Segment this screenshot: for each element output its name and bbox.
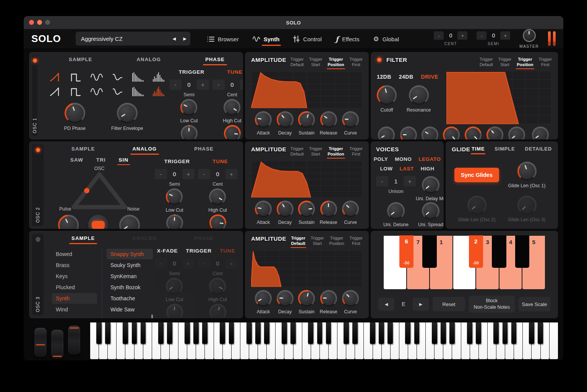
- piano-black-key[interactable]: [405, 322, 410, 344]
- square-wave-icon[interactable]: [67, 85, 85, 98]
- piano-black-key[interactable]: [317, 322, 323, 344]
- piano-black-key[interactable]: [96, 322, 102, 344]
- square-wave-icon[interactable]: [67, 71, 85, 84]
- high-cut-knob-dial[interactable]: [209, 188, 226, 205]
- sample-synth-bozok[interactable]: Synth Bozok: [107, 282, 153, 293]
- note-priority-last[interactable]: LAST: [400, 166, 414, 172]
- cent-minus-button[interactable]: -: [434, 31, 444, 40]
- piano-black-key[interactable]: [290, 322, 296, 344]
- osc2-semi-minus-button[interactable]: -: [155, 169, 167, 179]
- curve-knob-dial[interactable]: [342, 111, 359, 128]
- glide-len-osc-3-knob[interactable]: Glide Len (Osc 3): [508, 196, 546, 222]
- scale-black-key-4[interactable]: [492, 235, 506, 268]
- sustain-knob[interactable]: Sustain: [298, 290, 315, 314]
- pan-knob-dial[interactable]: [166, 214, 183, 229]
- decay-knob-dial[interactable]: [277, 111, 294, 128]
- osc2-cent-minus-button[interactable]: -: [198, 169, 210, 179]
- trigger-mode-position[interactable]: TriggerPosition: [517, 57, 533, 69]
- filter-slope-12db[interactable]: 12DB: [377, 74, 391, 80]
- reset-scale-button[interactable]: Reset: [433, 297, 465, 311]
- osc1-trigger-tab[interactable]: TRIGGER: [179, 69, 204, 75]
- release-knob[interactable]: Release: [320, 290, 337, 314]
- osc1-semi-plus-button[interactable]: +: [197, 79, 209, 90]
- unison-plus-button[interactable]: +: [404, 176, 416, 186]
- saw-wave-icon[interactable]: [47, 85, 64, 98]
- sustain-knob-dial[interactable]: [298, 111, 315, 128]
- curve-knob-dial[interactable]: [342, 290, 359, 307]
- low-cut-knob[interactable]: Low Cut: [166, 278, 183, 302]
- piano-black-key[interactable]: [123, 322, 128, 344]
- preset-name[interactable]: Aggressively CZ: [76, 36, 169, 42]
- drive-knob[interactable]: Drive: [400, 126, 417, 139]
- scale-root-next-button[interactable]: ▶: [413, 298, 429, 311]
- zoom-window-button[interactable]: [45, 20, 50, 25]
- trigger-mode-default[interactable]: TriggerDefault: [290, 57, 304, 69]
- trigger-mode-start[interactable]: TriggerStart: [498, 57, 511, 69]
- spectrum-b-icon[interactable]: [150, 71, 167, 84]
- osc3-semi-minus-button[interactable]: -: [155, 258, 167, 269]
- osc2-wave-sin[interactable]: SIN: [119, 157, 129, 165]
- sync-toggle[interactable]: [88, 215, 109, 229]
- scale-black-key-1[interactable]: 6-50: [399, 235, 414, 268]
- level-knob-dial[interactable]: [209, 214, 226, 229]
- uni-spread-knob[interactable]: Uni. Spread: [418, 202, 443, 227]
- resonance-knob-dial[interactable]: [409, 85, 429, 105]
- amp1-envelope-display[interactable]: [251, 71, 363, 108]
- osc2-wave-saw[interactable]: SAW: [70, 157, 83, 165]
- sustain-knob-dial[interactable]: [465, 126, 482, 139]
- high-cut-knob-dial[interactable]: [209, 278, 226, 295]
- osc2-semi-plus-button[interactable]: +: [182, 169, 195, 179]
- osc3-x-fade-tab[interactable]: X-FADE: [157, 248, 178, 254]
- piano-black-key[interactable]: [476, 322, 481, 344]
- piano-black-key[interactable]: [388, 322, 393, 344]
- trigger-mode-first[interactable]: TriggerFirst: [350, 57, 363, 69]
- attack-knob-dial[interactable]: [255, 201, 272, 217]
- trigger-mode-default[interactable]: TriggerDefault: [290, 146, 304, 159]
- pan-knob[interactable]: Pan: [166, 214, 183, 229]
- nav-item-browser[interactable]: Browser: [207, 29, 239, 48]
- semi-minus-button[interactable]: -: [477, 31, 486, 40]
- curve-knob-dial[interactable]: [508, 126, 525, 139]
- piano-white-key[interactable]: [550, 322, 558, 359]
- trigger-mode-default[interactable]: TriggerDefault: [480, 57, 493, 69]
- pitch-wheel[interactable]: [34, 328, 47, 357]
- pd-phase-knob-dial[interactable]: [65, 103, 85, 123]
- release-knob[interactable]: Release: [486, 126, 504, 139]
- cutoff-knob[interactable]: Cutoff: [377, 85, 397, 113]
- block-non-scale-notes-button[interactable]: BlockNon-Scale Notes: [469, 296, 515, 313]
- piano-black-key[interactable]: [220, 322, 225, 344]
- glide-len-osc-3-knob-dial[interactable]: [517, 196, 537, 215]
- piano-black-key[interactable]: [379, 322, 384, 344]
- piano-black-key[interactable]: [246, 322, 252, 344]
- glide-tab-detailed[interactable]: DETAILED: [525, 146, 552, 154]
- high-cut-knob[interactable]: High Cut: [208, 188, 227, 213]
- uni-detune-knob[interactable]: Uni. Detune: [383, 202, 409, 227]
- decay-knob-dial[interactable]: [277, 201, 294, 217]
- sustain-knob-dial[interactable]: [298, 290, 315, 307]
- noise-colour-knob-dial[interactable]: [119, 215, 140, 229]
- osc2-tab-sample[interactable]: SAMPLE: [71, 146, 95, 155]
- piano-black-key[interactable]: [370, 322, 375, 344]
- osc2-cent-plus-button[interactable]: +: [225, 169, 238, 179]
- sustain-knob[interactable]: Sustain: [298, 111, 315, 136]
- trigger-mode-position[interactable]: TriggerPosition: [329, 235, 344, 248]
- cutoff-knob-dial[interactable]: [377, 85, 397, 105]
- pan-knob-dial[interactable]: [166, 304, 183, 318]
- preset-selector[interactable]: Aggressively CZ ◀ ▶: [76, 32, 190, 45]
- decay-knob[interactable]: Decay: [277, 111, 294, 136]
- high-cut-knob[interactable]: High Cut: [223, 99, 242, 123]
- piano-black-key[interactable]: [193, 322, 199, 344]
- drive-knob-dial[interactable]: [400, 126, 417, 139]
- decay-knob[interactable]: Decay: [277, 201, 294, 225]
- level-knob[interactable]: Level: [224, 125, 241, 139]
- attack-knob[interactable]: Attack: [255, 111, 272, 136]
- piano-black-key[interactable]: [264, 322, 269, 344]
- piano-black-key[interactable]: [141, 322, 146, 344]
- decay-knob[interactable]: Decay: [277, 290, 294, 314]
- sample-toothache[interactable]: Toothache: [107, 293, 153, 304]
- trigger-mode-first[interactable]: TriggerFirst: [350, 235, 363, 248]
- sync-glides-button[interactable]: Sync Glides: [454, 168, 499, 182]
- attack-knob-dial[interactable]: [255, 111, 272, 128]
- unison-minus-button[interactable]: -: [376, 176, 388, 186]
- env-amt-knob[interactable]: Env Amt: [378, 126, 396, 139]
